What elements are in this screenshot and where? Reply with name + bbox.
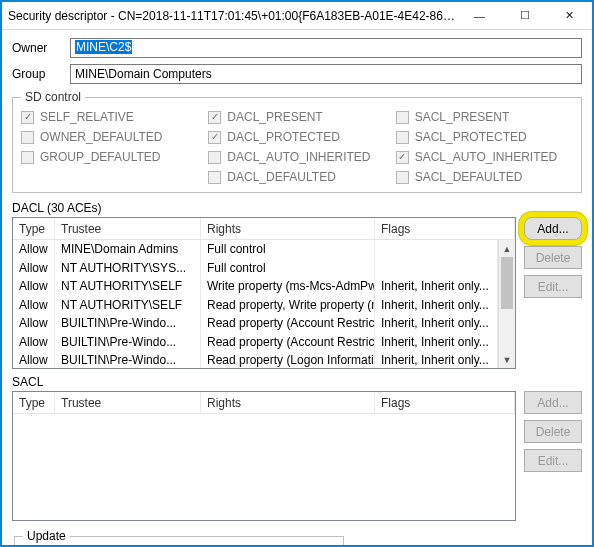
group-input[interactable] <box>70 64 582 84</box>
cell-trustee: MINE\Domain Admins <box>55 240 201 259</box>
sd-control-legend: SD control <box>21 90 85 104</box>
table-row[interactable]: AllowBUILTIN\Pre-Windo...Read property (… <box>13 351 498 368</box>
checkbox-icon <box>396 171 409 184</box>
checkbox-icon <box>208 151 221 164</box>
sacl-col-rights[interactable]: Rights <box>201 392 375 413</box>
minimize-button[interactable]: — <box>457 2 502 30</box>
maximize-button[interactable]: ☐ <box>502 2 547 30</box>
cell-type: Allow <box>13 296 55 315</box>
sd-flag-label: SACL_PROTECTED <box>415 130 527 144</box>
cell-trustee: NT AUTHORITY\SELF <box>55 277 201 296</box>
checkbox-icon <box>396 131 409 144</box>
cell-flags <box>375 240 498 259</box>
sd-flag-dacl_present: ✓DACL_PRESENT <box>208 108 385 126</box>
sd-flag-self_relative: ✓SELF_RELATIVE <box>21 108 198 126</box>
sd-flag-dacl_defaulted: DACL_DEFAULTED <box>208 168 385 186</box>
checkbox-icon: ✓ <box>208 111 221 124</box>
table-row[interactable]: AllowMINE\Domain AdminsFull control <box>13 240 498 259</box>
sd-flag-dacl_auto_inherited: DACL_AUTO_INHERITED <box>208 148 385 166</box>
dacl-label: DACL (30 ACEs) <box>12 201 582 215</box>
cell-rights: Read property (Account Restrictions) <box>201 333 375 352</box>
dacl-col-rights[interactable]: Rights <box>201 218 375 239</box>
dacl-scrollbar[interactable]: ▲ ▼ <box>498 240 515 368</box>
checkbox-icon: ✓ <box>208 131 221 144</box>
cell-type: Allow <box>13 333 55 352</box>
cell-flags: Inherit, Inherit only... <box>375 314 498 333</box>
sacl-list[interactable]: Type Trustee Rights Flags <box>12 391 516 521</box>
checkbox-icon <box>21 151 34 164</box>
sacl-col-flags[interactable]: Flags <box>375 392 515 413</box>
cell-trustee: NT AUTHORITY\SYS... <box>55 259 201 278</box>
cell-rights: Read property (Account Restrictions) <box>201 314 375 333</box>
sacl-col-trustee[interactable]: Trustee <box>55 392 201 413</box>
cell-rights: Full control <box>201 240 375 259</box>
sd-flag-owner_defaulted: OWNER_DEFAULTED <box>21 128 198 146</box>
close-window-button[interactable]: ✕ <box>547 2 592 30</box>
checkbox-icon <box>21 131 34 144</box>
dacl-list[interactable]: Type Trustee Rights Flags AllowMINE\Doma… <box>12 217 516 369</box>
sacl-header[interactable]: Type Trustee Rights Flags <box>13 392 515 414</box>
cell-type: Allow <box>13 240 55 259</box>
sd-flag-label: DACL_PRESENT <box>227 110 322 124</box>
sd-flag-label: SACL_AUTO_INHERITED <box>415 150 557 164</box>
dacl-col-flags[interactable]: Flags <box>375 218 515 239</box>
sd-flag-sacl_auto_inherited: ✓SACL_AUTO_INHERITED <box>396 148 573 166</box>
dacl-header[interactable]: Type Trustee Rights Flags <box>13 218 515 240</box>
scroll-up-icon[interactable]: ▲ <box>499 240 515 257</box>
cell-rights: Read property, Write property (ms-... <box>201 296 375 315</box>
sd-flag-dacl_protected: ✓DACL_PROTECTED <box>208 128 385 146</box>
owner-input[interactable]: MINE\C2$ <box>70 38 582 58</box>
update-group: Update OwnerGroupDACLSACL <box>14 529 344 547</box>
scroll-thumb[interactable] <box>501 257 513 309</box>
window-title: Security descriptor - CN=2018-11-11T17:0… <box>8 9 457 23</box>
cell-flags <box>375 259 498 278</box>
cell-rights: Write property (ms-Mcs-AdmPwd) <box>201 277 375 296</box>
table-row[interactable]: AllowBUILTIN\Pre-Windo...Read property (… <box>13 314 498 333</box>
sd-flag-group_defaulted: GROUP_DEFAULTED <box>21 148 198 166</box>
sacl-col-type[interactable]: Type <box>13 392 55 413</box>
table-row[interactable]: AllowNT AUTHORITY\SELFWrite property (ms… <box>13 277 498 296</box>
owner-value: MINE\C2$ <box>75 40 132 54</box>
cell-type: Allow <box>13 259 55 278</box>
checkbox-icon: ✓ <box>21 111 34 124</box>
table-row[interactable]: AllowBUILTIN\Pre-Windo...Read property (… <box>13 333 498 352</box>
scroll-down-icon[interactable]: ▼ <box>499 351 515 368</box>
cell-flags: Inherit, Inherit only... <box>375 333 498 352</box>
table-row[interactable]: AllowNT AUTHORITY\SYS...Full control <box>13 259 498 278</box>
cell-flags: Inherit, Inherit only... <box>375 296 498 315</box>
cell-flags: Inherit, Inherit only... <box>375 351 498 368</box>
sacl-label: SACL <box>12 375 582 389</box>
cell-trustee: BUILTIN\Pre-Windo... <box>55 333 201 352</box>
titlebar: Security descriptor - CN=2018-11-11T17:0… <box>2 2 592 30</box>
cell-type: Allow <box>13 277 55 296</box>
sd-flag-sacl_defaulted: SACL_DEFAULTED <box>396 168 573 186</box>
dacl-add-button[interactable]: Add... <box>524 217 582 240</box>
cell-rights: Read property (Logon Information) <box>201 351 375 368</box>
sacl-delete-button[interactable]: Delete <box>524 420 582 443</box>
sacl-edit-button[interactable]: Edit... <box>524 449 582 472</box>
cell-trustee: BUILTIN\Pre-Windo... <box>55 314 201 333</box>
sd-flag-label: SACL_DEFAULTED <box>415 170 523 184</box>
sacl-add-button[interactable]: Add... <box>524 391 582 414</box>
cell-rights: Full control <box>201 259 375 278</box>
dacl-col-trustee[interactable]: Trustee <box>55 218 201 239</box>
sd-flag-sacl_present: SACL_PRESENT <box>396 108 573 126</box>
sd-flag-label: OWNER_DEFAULTED <box>40 130 162 144</box>
dacl-edit-button[interactable]: Edit... <box>524 275 582 298</box>
cell-type: Allow <box>13 351 55 368</box>
group-label: Group <box>12 67 62 81</box>
table-row[interactable]: AllowNT AUTHORITY\SELFRead property, Wri… <box>13 296 498 315</box>
dacl-col-type[interactable]: Type <box>13 218 55 239</box>
sd-control-group: SD control ✓SELF_RELATIVEOWNER_DEFAULTED… <box>12 90 582 193</box>
dacl-delete-button[interactable]: Delete <box>524 246 582 269</box>
sd-flag-label: DACL_AUTO_INHERITED <box>227 150 370 164</box>
sd-flag-label: SELF_RELATIVE <box>40 110 134 124</box>
checkbox-icon <box>396 111 409 124</box>
owner-label: Owner <box>12 41 62 55</box>
sd-flag-sacl_protected: SACL_PROTECTED <box>396 128 573 146</box>
cell-trustee: NT AUTHORITY\SELF <box>55 296 201 315</box>
sd-flag-label: SACL_PRESENT <box>415 110 510 124</box>
checkbox-icon <box>208 171 221 184</box>
sd-flag-label: DACL_DEFAULTED <box>227 170 335 184</box>
sd-flag-label: DACL_PROTECTED <box>227 130 340 144</box>
